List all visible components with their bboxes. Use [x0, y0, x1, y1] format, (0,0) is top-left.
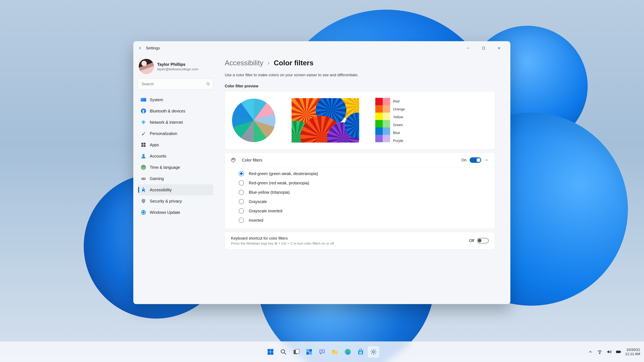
nav-label: Time & language — [150, 165, 180, 170]
svg-point-34 — [322, 351, 322, 352]
svg-rect-38 — [361, 352, 362, 353]
settings-window: Settings Taylor Phillips taylor@bellowsc… — [133, 41, 510, 304]
nav-privacy[interactable]: Security & privacy — [138, 196, 213, 207]
taskbar-search[interactable] — [278, 346, 289, 358]
svg-rect-40 — [361, 353, 362, 354]
svg-point-41 — [372, 351, 374, 353]
volume-icon[interactable] — [606, 349, 612, 355]
radio-icon — [239, 180, 244, 186]
nav-list: SystemBluetooth & devicesNetwork & inter… — [138, 94, 213, 218]
nav-gaming[interactable]: Gaming — [138, 173, 213, 184]
chevron-right-icon: › — [268, 59, 270, 66]
svg-rect-14 — [141, 178, 146, 180]
search-input[interactable] — [138, 78, 213, 89]
nav-apps[interactable]: Apps — [138, 139, 213, 150]
avatar — [139, 59, 154, 74]
start-button[interactable] — [265, 346, 276, 358]
swatch — [375, 98, 383, 105]
filter-option-label: Blue-yellow (tritanopia) — [249, 190, 290, 195]
filter-option-grayscale-inv[interactable]: Grayscale inverted — [239, 208, 489, 214]
preview-label: Color filter preview — [225, 84, 495, 88]
palette-icon — [231, 157, 236, 163]
svg-line-27 — [284, 353, 286, 355]
taskbar-clock[interactable]: 10/20/21 11:11 AM — [625, 348, 640, 356]
tray-overflow-icon[interactable] — [588, 349, 593, 355]
svg-rect-8 — [144, 143, 146, 144]
filter-option-label: Inverted — [249, 218, 263, 223]
svg-rect-31 — [309, 349, 312, 352]
nav-label: Bluetooth & devices — [150, 109, 185, 113]
breadcrumb-current: Color filters — [274, 59, 314, 67]
swatch — [383, 98, 390, 105]
svg-rect-33 — [309, 352, 312, 355]
sample-image-preview — [292, 98, 359, 143]
nav-accounts[interactable]: Accounts — [138, 151, 213, 162]
svg-rect-44 — [620, 351, 621, 352]
palette-preview: RedOrangeYellowGreenBluePurple — [375, 98, 405, 143]
svg-rect-1 — [482, 47, 485, 49]
palette-label: Purple — [393, 139, 405, 143]
clock-time: 11:11 AM — [625, 352, 640, 356]
svg-line-3 — [209, 85, 210, 85]
taskbar-store[interactable] — [355, 346, 366, 358]
filter-option-inverted[interactable]: Inverted — [239, 218, 489, 223]
chevron-up-icon — [484, 158, 489, 162]
radio-icon — [239, 190, 244, 195]
taskbar-settings[interactable] — [368, 346, 379, 358]
filter-option-protanopia[interactable]: Red-green (red weak, protanopia) — [239, 180, 489, 186]
nav-label: Windows Update — [150, 210, 180, 215]
taskbar-widgets[interactable] — [303, 346, 315, 358]
filter-option-label: Red-green (green weak, deuteranopia) — [249, 171, 318, 176]
nav-personalization[interactable]: Personalization — [138, 128, 213, 139]
minimize-button[interactable] — [460, 43, 476, 53]
maximize-button[interactable] — [476, 43, 491, 53]
nav-network[interactable]: Network & internet — [138, 117, 213, 128]
filter-option-label: Red-green (red weak, protanopia) — [249, 181, 309, 185]
filter-option-deuteranopia[interactable]: Red-green (green weak, deuteranopia) — [239, 171, 489, 176]
color-filters-toggle[interactable] — [470, 157, 481, 163]
svg-point-17 — [143, 187, 144, 189]
main-content[interactable]: Accessibility › Color filters Use a colo… — [217, 55, 510, 304]
search-box[interactable] — [138, 78, 213, 89]
breadcrumb-parent[interactable]: Accessibility — [225, 59, 264, 67]
svg-point-15 — [142, 178, 143, 179]
shortcut-toggle[interactable] — [477, 238, 489, 243]
svg-point-21 — [234, 159, 234, 159]
nav-accessibility[interactable]: Accessibility — [138, 184, 213, 195]
clock-date: 10/20/21 — [625, 348, 640, 352]
swatch — [383, 120, 390, 127]
radio-icon — [239, 171, 244, 176]
nav-update[interactable]: Windows Update — [138, 207, 213, 218]
back-button[interactable] — [137, 45, 144, 51]
filter-option-grayscale[interactable]: Grayscale — [239, 199, 489, 204]
profile-block[interactable]: Taylor Phillips taylor@bellowscollege.co… — [138, 58, 213, 75]
taskbar-file-explorer[interactable] — [329, 346, 341, 358]
search-icon — [206, 82, 210, 86]
taskbar-edge[interactable] — [342, 346, 354, 358]
nav-bluetooth[interactable]: Bluetooth & devices — [138, 105, 213, 116]
color-filters-card: Color filters On Red-green (green weak, … — [225, 153, 495, 229]
close-button[interactable] — [491, 43, 507, 53]
wifi-icon[interactable] — [597, 349, 602, 355]
svg-rect-9 — [141, 145, 143, 147]
nav-time[interactable]: Time & language — [138, 162, 213, 173]
nav-label: Accounts — [150, 154, 166, 158]
filter-option-tritanopia[interactable]: Blue-yellow (tritanopia) — [239, 190, 489, 195]
taskbar-taskview[interactable] — [290, 346, 302, 358]
color-filters-expander[interactable]: Color filters On — [225, 153, 495, 167]
taskbar-center — [265, 346, 379, 358]
page-description: Use a color filter to make colors on you… — [225, 73, 495, 77]
svg-point-16 — [144, 178, 145, 179]
battery-icon[interactable] — [616, 349, 621, 355]
titlebar: Settings — [133, 41, 510, 55]
shortcut-state: Off — [469, 238, 474, 243]
swatch — [375, 127, 383, 135]
svg-rect-30 — [306, 349, 309, 352]
filter-option-label: Grayscale inverted — [249, 209, 282, 213]
radio-icon — [239, 199, 244, 204]
taskbar-chat[interactable] — [316, 346, 328, 358]
nav-system[interactable]: System — [138, 94, 213, 105]
sidebar: Taylor Phillips taylor@bellowscollege.co… — [133, 55, 217, 304]
palette-label: Green — [393, 123, 405, 127]
svg-rect-25 — [271, 352, 274, 355]
